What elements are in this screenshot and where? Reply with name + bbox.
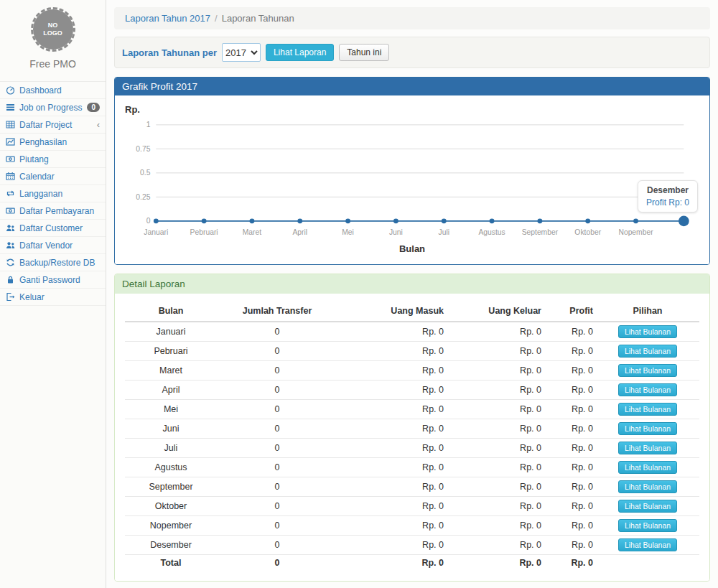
data-point[interactable]: [250, 218, 255, 223]
cell-uang-masuk: Rp. 0: [337, 400, 447, 419]
sidebar-item-backup-restore[interactable]: Backup/Restore DB: [0, 254, 106, 271]
cell-bulan: Maret: [125, 361, 217, 381]
detail-panel-title: Detail Laporan: [115, 274, 709, 294]
sidebar-item-job-on-progress[interactable]: Job on Progress 0: [0, 99, 106, 116]
sidebar-item-daftar-customer[interactable]: Daftar Customer: [0, 220, 106, 237]
tahun-ini-button[interactable]: Tahun ini: [339, 44, 389, 61]
cell-profit: Rp. 0: [544, 439, 596, 458]
data-point[interactable]: [297, 218, 302, 223]
sidebar-item-label: Langganan: [19, 189, 62, 199]
app-window: NOLOGO Free PMO Dashboard Job on Progres…: [0, 0, 718, 588]
cell-uang-keluar: Rp. 0: [447, 322, 544, 342]
lihat-bulanan-button[interactable]: Lihat Bulanan: [618, 480, 677, 493]
chart-tooltip: Desember Profit Rp: 0: [638, 180, 698, 213]
lihat-bulanan-button[interactable]: Lihat Bulanan: [618, 442, 677, 454]
profit-chart-svg: 00.250.50.751JanuariPebruariMaretAprilMe…: [122, 118, 702, 242]
data-point[interactable]: [490, 218, 495, 223]
sidebar-item-label: Daftar Vendor: [19, 241, 73, 251]
cell-bulan: Total: [125, 555, 217, 571]
sidebar-item-ganti-password[interactable]: Ganti Password: [0, 271, 106, 289]
data-point[interactable]: [345, 218, 350, 223]
cell-bulan: Nopember: [125, 516, 217, 536]
brand-name: Free PMO: [0, 58, 106, 70]
cell-uang-keluar: Rp. 0: [447, 458, 544, 477]
sidebar-item-penghasilan[interactable]: Penghasilan: [0, 134, 106, 151]
chart-panel-body: Rp. 00.250.50.751JanuariPebruariMaretApr…: [115, 95, 709, 264]
sidebar-item-label: Backup/Restore DB: [19, 258, 95, 268]
cell-pilihan: Lihat Bulanan: [596, 516, 699, 536]
cell-pilihan: Lihat Bulanan: [596, 477, 699, 497]
data-point[interactable]: [633, 218, 638, 223]
lihat-bulanan-button[interactable]: Lihat Bulanan: [618, 345, 677, 358]
data-point[interactable]: [202, 218, 207, 223]
cell-pilihan: Lihat Bulanan: [596, 342, 699, 361]
data-point[interactable]: [154, 218, 159, 223]
table-row: April0Rp. 0Rp. 0Rp. 0Lihat Bulanan: [125, 381, 699, 400]
cell-uang-masuk: Rp. 0: [337, 342, 447, 361]
chart-x-axis-label: Bulan: [122, 242, 702, 258]
exchange-icon: [6, 189, 15, 198]
x-tick-label: Januari: [144, 228, 168, 236]
lihat-bulanan-button[interactable]: Lihat Bulanan: [618, 325, 677, 338]
lihat-bulanan-button[interactable]: Lihat Bulanan: [618, 519, 677, 532]
cell-profit: Rp. 0: [544, 516, 596, 536]
lihat-bulanan-button[interactable]: Lihat Bulanan: [618, 403, 677, 416]
cell-uang-masuk: Rp. 0: [337, 477, 447, 497]
year-select[interactable]: 2017: [222, 43, 261, 62]
lihat-bulanan-button[interactable]: Lihat Bulanan: [618, 364, 677, 377]
lihat-bulanan-button[interactable]: Lihat Bulanan: [618, 538, 677, 551]
cell-uang-masuk: Rp. 0: [337, 381, 447, 400]
sidebar-item-keluar[interactable]: Keluar: [0, 289, 106, 306]
data-point[interactable]: [585, 218, 590, 223]
cell-profit: Rp. 0: [544, 361, 596, 381]
sidebar-item-calendar[interactable]: Calendar: [0, 168, 106, 185]
sidebar: NOLOGO Free PMO Dashboard Job on Progres…: [0, 0, 106, 588]
lihat-bulanan-button[interactable]: Lihat Bulanan: [618, 461, 677, 474]
cell-pilihan: Lihat Bulanan: [596, 458, 699, 477]
sidebar-item-daftar-vendor[interactable]: Daftar Vendor: [0, 237, 106, 254]
tooltip-value: Profit Rp: 0: [646, 197, 689, 207]
cell-pilihan: Lihat Bulanan: [596, 361, 699, 381]
sidebar-item-piutang[interactable]: Piutang: [0, 151, 106, 168]
lihat-laporan-button[interactable]: Lihat Laporan: [266, 44, 334, 61]
cell-pilihan: Lihat Bulanan: [596, 439, 699, 458]
cell-pilihan: Lihat Bulanan: [596, 322, 699, 342]
lihat-bulanan-button[interactable]: Lihat Bulanan: [618, 500, 677, 513]
cell-uang-keluar: Rp. 0: [447, 361, 544, 381]
data-point[interactable]: [393, 218, 398, 223]
y-tick-label: 1: [146, 121, 151, 129]
lihat-bulanan-button[interactable]: Lihat Bulanan: [618, 383, 677, 396]
sidebar-item-langganan[interactable]: Langganan: [0, 185, 106, 202]
sidebar-item-label: Piutang: [19, 154, 49, 164]
data-point-highlighted[interactable]: [679, 215, 689, 226]
data-point[interactable]: [537, 218, 542, 223]
cell-jumlah-transfer: 0: [217, 477, 337, 497]
cell-jumlah-transfer: 0: [217, 555, 337, 571]
y-tick-label: 0.75: [136, 145, 150, 153]
sidebar-item-dashboard[interactable]: Dashboard: [0, 82, 106, 99]
cell-profit: Rp. 0: [544, 381, 596, 400]
cell-profit: Rp. 0: [544, 497, 596, 516]
table-row: Mei0Rp. 0Rp. 0Rp. 0Lihat Bulanan: [125, 400, 699, 419]
column-header-uang-masuk: Uang Masuk: [337, 301, 447, 322]
table-row: Pebruari0Rp. 0Rp. 0Rp. 0Lihat Bulanan: [125, 342, 699, 361]
x-tick-label: Nopember: [618, 228, 653, 236]
sidebar-item-daftar-pembayaran[interactable]: Daftar Pembayaran: [0, 202, 106, 220]
lock-icon: [6, 275, 15, 284]
cell-uang-keluar: Rp. 0: [447, 419, 544, 439]
report-table: Bulan Jumlah Transfer Uang Masuk Uang Ke…: [125, 301, 699, 571]
money-icon: [6, 206, 15, 215]
table-row: Oktober0Rp. 0Rp. 0Rp. 0Lihat Bulanan: [125, 497, 699, 516]
lihat-bulanan-button[interactable]: Lihat Bulanan: [618, 422, 677, 435]
money-icon: [6, 154, 15, 164]
y-tick-label: 0: [146, 217, 151, 225]
breadcrumb-link-laporan-tahun[interactable]: Laporan Tahun 2017: [125, 13, 210, 24]
sidebar-item-label: Dashboard: [19, 85, 62, 95]
sidebar-item-daftar-project[interactable]: Daftar Project ‹: [0, 116, 106, 134]
cell-uang-keluar: Rp. 0: [447, 555, 544, 571]
data-point[interactable]: [442, 218, 447, 223]
cell-jumlah-transfer: 0: [217, 400, 337, 419]
line-chart-icon: [6, 137, 15, 146]
x-tick-label: April: [292, 228, 307, 236]
cell-uang-keluar: Rp. 0: [447, 477, 544, 497]
